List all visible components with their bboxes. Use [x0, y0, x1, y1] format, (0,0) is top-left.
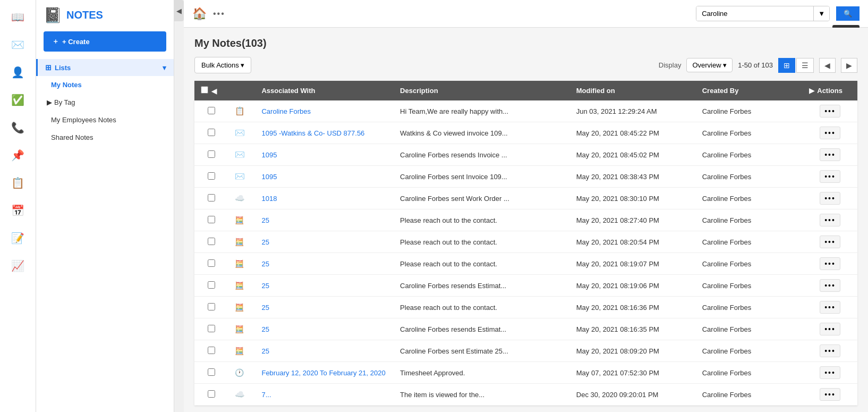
list-view-button[interactable]: ☰ — [796, 58, 814, 73]
book-icon[interactable]: 📖 — [5, 4, 31, 30]
row-actions-button[interactable]: ••• — [820, 279, 840, 292]
associated-name-link[interactable]: 25 — [261, 325, 269, 333]
row-checkbox-cell[interactable] — [194, 209, 228, 231]
row-checkbox[interactable] — [208, 150, 215, 158]
search-input[interactable] — [696, 6, 813, 21]
row-actions-button[interactable]: ••• — [820, 344, 840, 357]
row-actions-cell[interactable]: ••• — [803, 362, 857, 384]
associated-name-link[interactable]: 25 — [261, 282, 269, 290]
associated-name-link[interactable]: 25 — [261, 260, 269, 268]
bulk-actions-button[interactable]: Bulk Actions ▾ — [194, 57, 251, 73]
row-actions-cell[interactable]: ••• — [803, 231, 857, 253]
grid-view-button[interactable]: ⊞ — [778, 58, 795, 73]
row-actions-cell[interactable]: ••• — [803, 188, 857, 209]
row-checkbox[interactable] — [208, 129, 215, 136]
row-checkbox[interactable] — [208, 325, 215, 332]
row-checkbox-cell[interactable] — [194, 384, 228, 406]
row-actions-button[interactable]: ••• — [820, 170, 840, 183]
row-actions-cell[interactable]: ••• — [803, 122, 857, 144]
row-actions-cell[interactable]: ••• — [803, 384, 857, 406]
row-actions-cell[interactable]: ••• — [803, 253, 857, 275]
prev-page-button[interactable]: ◀ — [819, 58, 836, 73]
row-actions-button[interactable]: ••• — [820, 236, 840, 248]
associated-name-link[interactable]: 25 — [261, 347, 269, 355]
associated-name-link[interactable]: 25 — [261, 304, 269, 312]
row-actions-button[interactable]: ••• — [820, 148, 840, 161]
row-actions-button[interactable]: ••• — [820, 323, 840, 335]
create-button[interactable]: ＋ + Create — [44, 31, 166, 52]
associated-name-link[interactable]: 1095 — [261, 151, 277, 159]
row-checkbox[interactable] — [208, 172, 215, 180]
associated-name-link[interactable]: Caroline Forbes — [261, 107, 311, 115]
row-checkbox-cell[interactable] — [194, 340, 228, 362]
search-button[interactable]: 🔍 Search — [836, 6, 860, 21]
associated-name-link[interactable]: 7... — [261, 391, 271, 399]
back-arrow-icon[interactable]: ◀ — [211, 87, 217, 95]
row-actions-button[interactable]: ••• — [820, 257, 840, 270]
row-checkbox[interactable] — [208, 390, 215, 398]
row-checkbox-cell[interactable] — [194, 362, 228, 384]
row-checkbox[interactable] — [208, 281, 215, 289]
mail-icon[interactable]: ✉️ — [5, 32, 31, 57]
associated-name-link[interactable]: 1095 — [261, 173, 277, 181]
row-actions-cell[interactable]: ••• — [803, 297, 857, 318]
row-actions-cell[interactable]: ••• — [803, 340, 857, 362]
associated-name-link[interactable]: 1018 — [261, 195, 277, 203]
next-page-button[interactable]: ▶ — [841, 58, 857, 73]
notes-icon[interactable]: 📝 — [5, 225, 31, 251]
associated-name-link[interactable]: 25 — [261, 238, 269, 246]
row-checkbox[interactable] — [208, 303, 215, 310]
row-actions-cell[interactable]: ••• — [803, 275, 857, 297]
row-checkbox[interactable] — [208, 347, 215, 354]
row-actions-cell[interactable]: ••• — [803, 209, 857, 231]
row-checkbox[interactable] — [208, 259, 215, 267]
associated-name-link[interactable]: 1095 -Watkins & Co- USD 877.56 — [261, 129, 364, 137]
row-checkbox[interactable] — [208, 107, 215, 114]
row-checkbox[interactable] — [208, 368, 215, 376]
select-all-checkbox[interactable] — [201, 86, 208, 94]
row-checkbox-cell[interactable] — [194, 100, 228, 122]
sidebar-item-shared-notes[interactable]: Shared Notes — [36, 129, 174, 146]
row-actions-button[interactable]: ••• — [820, 366, 840, 379]
row-actions-button[interactable]: ••• — [820, 192, 840, 205]
contact-icon[interactable]: 👤 — [5, 60, 31, 85]
row-checkbox-cell[interactable] — [194, 297, 228, 318]
row-actions-cell[interactable]: ••• — [803, 100, 857, 122]
row-checkbox[interactable] — [208, 216, 215, 223]
row-checkbox-cell[interactable] — [194, 253, 228, 275]
sidebar-item-my-employees-notes[interactable]: My Employees Notes — [36, 111, 174, 129]
associated-name-link[interactable]: 25 — [261, 216, 269, 224]
sidebar-item-by-tag[interactable]: ▶ By Tag — [36, 94, 174, 111]
lists-section-header[interactable]: ⊞ Lists ▾ — [36, 59, 174, 76]
row-actions-button[interactable]: ••• — [820, 301, 840, 314]
calendar-icon[interactable]: 📅 — [5, 198, 31, 223]
row-actions-button[interactable]: ••• — [820, 214, 840, 226]
display-dropdown[interactable]: Overview ▾ — [686, 58, 733, 72]
chart-icon[interactable]: 📈 — [5, 253, 31, 279]
row-actions-button[interactable]: ••• — [820, 388, 840, 401]
row-checkbox-cell[interactable] — [194, 144, 228, 166]
row-checkbox-cell[interactable] — [194, 318, 228, 340]
row-actions-cell[interactable]: ••• — [803, 166, 857, 188]
row-actions-cell[interactable]: ••• — [803, 144, 857, 166]
row-checkbox[interactable] — [208, 194, 215, 201]
sidebar-item-my-notes[interactable]: My Notes — [36, 76, 174, 94]
home-icon[interactable]: 🏠 — [192, 7, 207, 21]
search-dropdown[interactable]: ▼ — [813, 6, 829, 21]
row-checkbox-cell[interactable] — [194, 188, 228, 209]
check-icon[interactable]: ✅ — [5, 87, 31, 113]
associated-name-link[interactable]: February 12, 2020 To February 21, 2020 — [261, 369, 385, 377]
sidebar-collapse-toggle[interactable]: ◀ — [174, 0, 184, 21]
row-checkbox-cell[interactable] — [194, 275, 228, 297]
phone-icon[interactable]: 📞 — [5, 115, 31, 140]
list-icon[interactable]: 📋 — [5, 170, 31, 196]
row-checkbox-cell[interactable] — [194, 231, 228, 253]
row-checkbox-cell[interactable] — [194, 166, 228, 188]
row-actions-cell[interactable]: ••• — [803, 318, 857, 340]
row-checkbox[interactable] — [208, 238, 215, 245]
row-actions-button[interactable]: ••• — [820, 127, 840, 139]
row-actions-button[interactable]: ••• — [820, 105, 840, 117]
more-options-icon[interactable]: ••• — [213, 9, 225, 19]
row-checkbox-cell[interactable] — [194, 122, 228, 144]
pin-icon[interactable]: 📌 — [5, 142, 31, 168]
